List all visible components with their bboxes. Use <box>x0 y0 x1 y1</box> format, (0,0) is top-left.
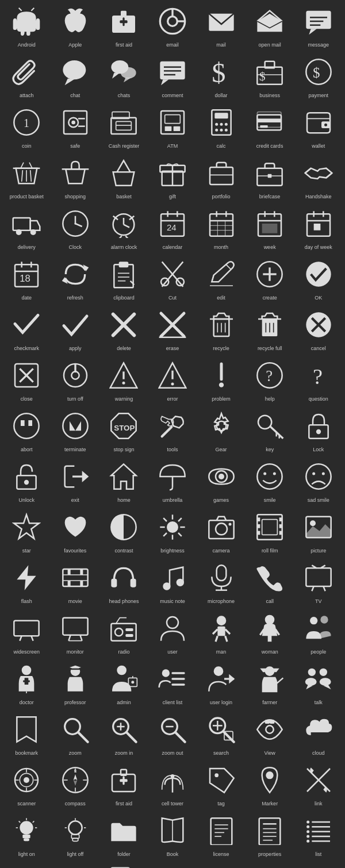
icon-date[interactable]: 18date <box>2 255 51 306</box>
icon-user-login[interactable]: user login <box>197 660 246 710</box>
icon-calendar[interactable]: 24calendar <box>148 205 197 255</box>
icon-contrast[interactable]: contrast <box>99 508 148 559</box>
icon-stop-sign[interactable]: STOPstop sign <box>99 407 148 458</box>
icon-save-as[interactable]: save as <box>197 862 246 868</box>
icon-clipboard[interactable]: clipboard <box>99 255 148 306</box>
icon-tv[interactable]: TV <box>294 559 343 609</box>
icon-recycle-full[interactable]: recycle full <box>246 306 294 356</box>
icon-zoom-out[interactable]: zoom out <box>148 710 197 761</box>
icon-problem[interactable]: problem <box>197 356 246 407</box>
icon-light-off[interactable]: light off <box>51 812 100 862</box>
icon-scanner[interactable]: scanner <box>2 761 51 812</box>
icon-gear[interactable]: Gear <box>197 407 246 458</box>
icon-error[interactable]: error <box>148 356 197 407</box>
icon-shopping[interactable]: shopping <box>51 154 100 205</box>
icon-unlock[interactable]: Unlock <box>2 458 51 508</box>
icon-professor[interactable]: professor <box>51 660 100 710</box>
icon-umbrella[interactable]: umbrella <box>148 458 197 508</box>
icon-apple[interactable]: Apple <box>51 2 100 53</box>
icon-mail[interactable]: mail <box>197 2 246 53</box>
icon-save[interactable]: save <box>148 862 197 868</box>
icon-microphone[interactable]: microphone <box>197 559 246 609</box>
icon-search[interactable]: search <box>197 710 246 761</box>
icon-month[interactable]: month <box>197 205 246 255</box>
icon-roll-film[interactable]: roll film <box>246 508 294 559</box>
icon-star[interactable]: star <box>2 508 51 559</box>
icon-people[interactable]: people <box>294 609 343 660</box>
icon-erase[interactable]: erase <box>148 306 197 356</box>
icon-day-of-week[interactable]: day of week <box>294 205 343 255</box>
icon-gift[interactable]: gift <box>148 154 197 205</box>
icon-report[interactable]: report <box>2 862 51 868</box>
icon-client-list[interactable]: client list <box>148 660 197 710</box>
icon-widescreen[interactable]: widescreen <box>2 609 51 660</box>
icon-compass[interactable]: Ncompass <box>51 761 100 812</box>
icon-music-note[interactable]: music note <box>148 559 197 609</box>
icon-apply[interactable]: apply <box>51 306 100 356</box>
icon-flash[interactable]: flash <box>2 559 51 609</box>
icon-open-mail[interactable]: open mail <box>246 2 294 53</box>
icon-handshake[interactable]: Handshake <box>294 154 343 205</box>
icon-user[interactable]: user <box>148 609 197 660</box>
icon-ok[interactable]: OK <box>294 255 343 306</box>
icon-favourites[interactable]: favourites <box>51 508 100 559</box>
icon-call[interactable]: call <box>246 559 294 609</box>
icon-dollar[interactable]: $dollar <box>197 53 246 103</box>
icon-cloud[interactable]: cloud <box>294 710 343 761</box>
icon-zoom[interactable]: zoom <box>51 710 100 761</box>
icon-tasks[interactable]: tasks <box>294 862 343 868</box>
icon-close[interactable]: close <box>2 356 51 407</box>
icon-head-phones[interactable]: head phones <box>99 559 148 609</box>
icon-admin[interactable]: admin <box>99 660 148 710</box>
icon-exit[interactable]: exit <box>51 458 100 508</box>
icon-license[interactable]: license <box>197 812 246 862</box>
icon-product-basket[interactable]: product basket <box>2 154 51 205</box>
icon-wallet[interactable]: wallet <box>294 103 343 154</box>
icon-light-on[interactable]: light on <box>2 812 51 862</box>
icon-basket[interactable]: basket <box>99 154 148 205</box>
icon-brightness[interactable]: brightness <box>148 508 197 559</box>
icon-chat[interactable]: chat <box>51 53 100 103</box>
icon-atm[interactable]: ATM <box>148 103 197 154</box>
icon-create[interactable]: create <box>246 255 294 306</box>
icon-turn-off[interactable]: turn off <box>51 356 100 407</box>
icon-sad-smile[interactable]: sad smile <box>294 458 343 508</box>
icon-payment[interactable]: $payment <box>294 53 343 103</box>
icon-smile[interactable]: smile <box>246 458 294 508</box>
icon-briefcase[interactable]: briefcase <box>246 154 294 205</box>
icon-delivery[interactable]: delivery <box>2 205 51 255</box>
icon-comment[interactable]: comment <box>148 53 197 103</box>
icon-week[interactable]: week <box>246 205 294 255</box>
icon-edit[interactable]: edit <box>197 255 246 306</box>
icon-terminate[interactable]: terminate <box>51 407 100 458</box>
icon-chats[interactable]: chats <box>99 53 148 103</box>
icon-abort[interactable]: abort <box>2 407 51 458</box>
icon-checkmark[interactable]: checkmark <box>2 306 51 356</box>
icon-picture[interactable]: picture <box>294 508 343 559</box>
icon-message[interactable]: message <box>294 2 343 53</box>
icon-book[interactable]: Book <box>148 812 197 862</box>
icon-recycle[interactable]: recycle <box>197 306 246 356</box>
icon-credit-cards[interactable]: credit cards <box>246 103 294 154</box>
icon-marker[interactable]: Marker <box>246 761 294 812</box>
icon-reports[interactable]: reports <box>51 862 100 868</box>
icon-tag[interactable]: tag <box>197 761 246 812</box>
icon-properties[interactable]: properties <box>246 812 294 862</box>
icon-clock[interactable]: Clock <box>51 205 100 255</box>
icon-tools[interactable]: tools <box>148 407 197 458</box>
icon-woman[interactable]: woman <box>246 609 294 660</box>
icon-list[interactable]: list <box>294 812 343 862</box>
icon-delete[interactable]: delete <box>99 306 148 356</box>
icon-alarm-clock[interactable]: alarm clock <box>99 205 148 255</box>
icon-key[interactable]: key <box>246 407 294 458</box>
icon-cell-tower[interactable]: cell tower <box>148 761 197 812</box>
icon-all-reports[interactable]: all reports <box>99 862 148 868</box>
icon-link[interactable]: link <box>294 761 343 812</box>
icon-man[interactable]: man <box>197 609 246 660</box>
icon-first-aid[interactable]: first aid <box>99 2 148 53</box>
icon-movie[interactable]: movie <box>51 559 100 609</box>
icon-home[interactable]: home <box>99 458 148 508</box>
icon-portfolio[interactable]: portfolio <box>197 154 246 205</box>
icon-farmer[interactable]: farmer <box>246 660 294 710</box>
icon-coin[interactable]: 1coin <box>2 103 51 154</box>
